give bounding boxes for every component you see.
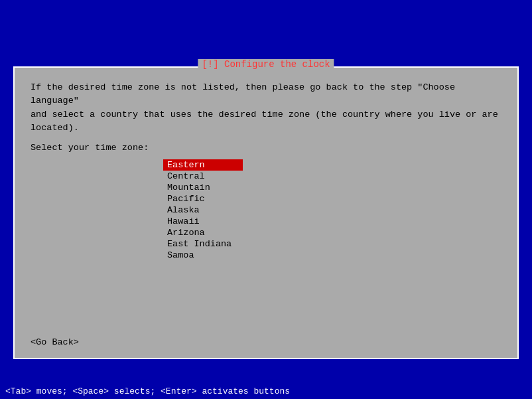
- timezone-item-pacific[interactable]: Pacific: [163, 193, 243, 204]
- timezone-item-mountain[interactable]: Mountain: [163, 182, 243, 193]
- timezone-item-arizona[interactable]: Arizona: [163, 227, 243, 238]
- dialog-wrapper: [!] Configure the clock If the desired t…: [13, 66, 519, 359]
- timezone-item-alaska[interactable]: Alaska: [163, 204, 243, 216]
- timezone-item-samoa[interactable]: Samoa: [163, 250, 243, 261]
- description-text: If the desired time zone is not listed, …: [31, 81, 501, 135]
- timezone-item-east-indiana[interactable]: East Indiana: [163, 238, 243, 250]
- desc-line2: and select a country that uses the desir…: [31, 110, 498, 120]
- timezone-item-central[interactable]: Central: [163, 171, 243, 182]
- go-back-button[interactable]: <Go Back>: [31, 337, 79, 347]
- dialog-content: If the desired time zone is not listed, …: [15, 68, 517, 358]
- bottom-bar-text: <Tab> moves; <Space> selects; <Enter> ac…: [5, 386, 290, 396]
- dialog-title: [!] Configure the clock: [198, 59, 334, 70]
- select-timezone-label: Select your time zone:: [31, 143, 501, 153]
- desc-line3: located).: [31, 123, 79, 133]
- timezone-list: EasternCentralMountainPacificAlaskaHawai…: [163, 159, 501, 327]
- configure-clock-dialog: [!] Configure the clock If the desired t…: [13, 66, 519, 359]
- timezone-item-eastern[interactable]: Eastern: [163, 159, 243, 171]
- timezone-item-hawaii[interactable]: Hawaii: [163, 216, 243, 227]
- desc-line1: If the desired time zone is not listed, …: [31, 82, 455, 106]
- bottom-bar: <Tab> moves; <Space> selects; <Enter> ac…: [0, 384, 532, 399]
